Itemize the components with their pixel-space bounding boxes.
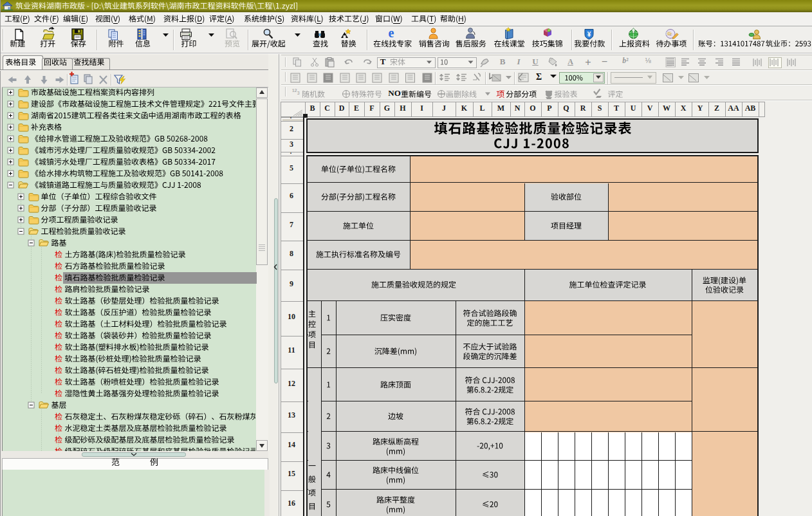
svg-text:e: e	[389, 26, 394, 40]
svg-text:DVD: DVD	[666, 32, 672, 35]
svg-text:¥: ¥	[587, 31, 591, 38]
